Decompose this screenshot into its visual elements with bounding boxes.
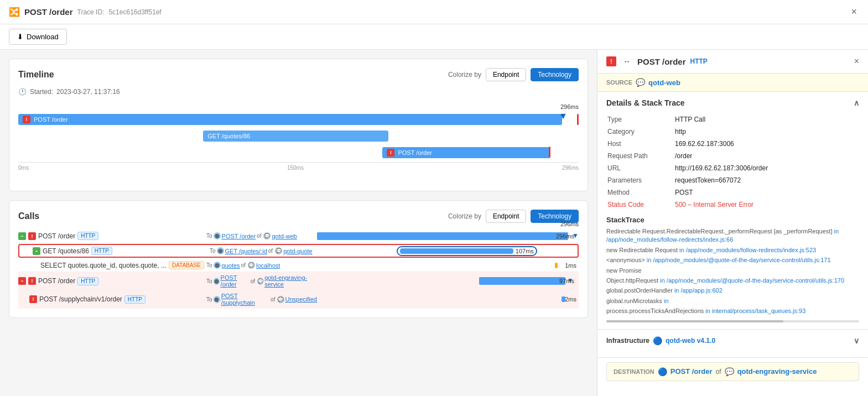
stack-line-4: new Promise xyxy=(606,267,859,275)
timeline-axis: 0ms 150ms 296ms xyxy=(18,162,579,171)
timeline-bar-2[interactable]: GET /quotes/86 xyxy=(203,131,388,142)
trace-id-label: Trace ID: xyxy=(77,8,105,16)
infra-section-header[interactable]: Infrastructure 🔵 qotd-web v4.1.0 ∨ xyxy=(606,336,859,345)
of-link-5[interactable]: Unspecified xyxy=(285,296,317,303)
to-link-3[interactable]: quotes xyxy=(222,262,240,269)
infra-info: Infrastructure 🔵 qotd-web v4.1.0 xyxy=(606,336,715,345)
calls-title: Calls xyxy=(18,211,39,221)
call-row-2[interactable]: - GET /quotes/86 HTTP To ⬤ GET /quotes/:… xyxy=(18,244,579,258)
to-icon-4: ⬤ xyxy=(214,278,220,285)
route-icon: 🔀 xyxy=(9,7,20,17)
call-bar-area-5: 2ms xyxy=(317,296,579,303)
dest-of: of xyxy=(716,368,721,376)
of-icon-3: 💬 xyxy=(248,262,255,269)
call-badge-2: HTTP xyxy=(91,247,112,255)
timeline-row-1: ! POST /order ▼ xyxy=(18,112,579,127)
detail-row-category: Category http xyxy=(607,126,858,137)
to-icon-2: ⬤ xyxy=(217,247,224,254)
clock-icon: 🕐 xyxy=(18,88,27,96)
download-icon: ⬇ xyxy=(17,33,23,41)
calls-header: Calls Colorize by Endpoint Technology xyxy=(18,210,579,223)
error-end-marker-3 xyxy=(549,147,550,158)
dest-icon: 🔵 xyxy=(658,367,667,376)
detail-http-badge: HTTP xyxy=(690,58,708,65)
detail-row-type: Type HTTP Call xyxy=(607,114,858,125)
scrollbar-track xyxy=(606,320,859,322)
call-badge-4: HTTP xyxy=(77,277,98,285)
call-info-2: - GET /quotes/86 HTTP xyxy=(22,247,210,255)
of-icon-5: 💬 xyxy=(277,296,284,303)
error-icon-4: ! xyxy=(28,277,36,285)
collapse-btn-2[interactable]: - xyxy=(33,247,40,255)
dest-text: POST /order xyxy=(671,367,713,376)
download-button[interactable]: ⬇ Download xyxy=(9,29,67,45)
call-row-5[interactable]: ! POST /supplychain/v1/order HTTP To ⬤ P… xyxy=(18,290,579,309)
axis-0: 0ms xyxy=(18,165,29,171)
of-link-1[interactable]: qotd-web xyxy=(272,233,297,239)
collapse-icon: ∧ xyxy=(854,98,859,107)
of-link-2[interactable]: qotd-quote xyxy=(283,248,313,254)
calls-chart-area: 296ms - ! POST /order HTTP To ⬤ POST /or… xyxy=(18,230,579,309)
to-link-1[interactable]: POST /order xyxy=(222,233,256,239)
stack-line-1: Redirectable Request.RedirectableRequest… xyxy=(606,227,859,244)
to-link-5[interactable]: POST /supplychain xyxy=(221,293,269,306)
call-row-1[interactable]: - ! POST /order HTTP To ⬤ POST /order of… xyxy=(18,230,579,243)
detail-arrows: ↔ xyxy=(623,57,631,66)
to-link-2[interactable]: GET /quotes/:id xyxy=(225,248,267,254)
call-info-1: - ! POST /order HTTP xyxy=(18,232,206,240)
stack-trace-title: StackTrace xyxy=(606,216,859,224)
details-section-header[interactable]: Details & Stack Trace ∧ xyxy=(606,98,859,107)
call-badge-5: HTTP xyxy=(124,295,145,304)
of-link-4[interactable]: qotd-engraving-service xyxy=(264,274,317,288)
started-value: 2023-03-27, 11:37:16 xyxy=(56,88,120,96)
timeline-bar-1[interactable]: ! POST /order xyxy=(18,114,562,125)
timeline-bar-3[interactable]: ! POST /order xyxy=(382,147,550,158)
error-icon-5: ! xyxy=(29,295,37,303)
call-name-3: SELECT quotes.quote_id, quotes.quote, ..… xyxy=(40,262,167,269)
top-bar: 🔀 POST /order Trace ID: 5c1ec616d3ff51ef… xyxy=(0,0,868,24)
calls-endpoint-btn[interactable]: Endpoint xyxy=(486,210,526,223)
timeline-colorize-label: Colorize by xyxy=(448,71,481,79)
main-layout: Timeline Colorize by Endpoint Technology… xyxy=(0,50,868,396)
call-duration-1: 296ms xyxy=(556,233,574,239)
call-duration-4: 97ms xyxy=(559,278,574,284)
bar-label-1: POST /order xyxy=(34,116,68,123)
source-service-icon: 💬 xyxy=(636,78,645,87)
call-duration-5: 2ms xyxy=(565,296,576,303)
axis-mid: 150ms xyxy=(287,165,304,171)
timeline-started: 🕐 Started: 2023-03-27, 11:37:16 xyxy=(18,88,579,96)
stack-line-3: <anonymous> in /app/node_modules/@quote-… xyxy=(606,256,859,264)
calls-colorize-label: Colorize by xyxy=(448,212,481,220)
detail-close-button[interactable]: × xyxy=(854,56,859,66)
call-row-4[interactable]: - ! POST /order HTTP To ⬤ POST /order of… xyxy=(18,272,579,290)
call-row-3: SELECT quotes.quote_id, quotes.quote, ..… xyxy=(18,259,579,272)
call-name-1: POST /order xyxy=(38,232,75,240)
call-name-2: GET /quotes/86 xyxy=(43,247,89,255)
timeline-technology-btn[interactable]: Technology xyxy=(531,68,579,81)
timeline-header: Timeline Colorize by Endpoint Technology xyxy=(18,68,579,81)
infra-title: Infrastructure xyxy=(606,337,649,345)
call-sub-2: To ⬤ GET /quotes/:id of 💬 qotd-quote xyxy=(210,247,320,254)
collapse-btn-1[interactable]: - xyxy=(18,232,26,240)
stack-line-7: global.runMicrotasks in xyxy=(606,297,859,305)
call-bar-highlighted-2: 107ms xyxy=(397,246,537,256)
close-button[interactable]: × xyxy=(849,4,859,20)
timeline-endpoint-btn[interactable]: Endpoint xyxy=(486,68,526,81)
of-icon-1: 💬 xyxy=(263,232,271,239)
collapse-btn-4[interactable]: - xyxy=(18,277,26,285)
detail-row-url: URL http://169.62.62.187:3006/order xyxy=(607,163,858,174)
stack-line-8: process.processTicksAndRejections in int… xyxy=(606,307,859,315)
call-info-3: SELECT quotes.quote_id, quotes.quote, ..… xyxy=(18,261,206,269)
call-bar-3 xyxy=(555,263,558,268)
of-link-3[interactable]: localhost xyxy=(256,262,280,269)
to-link-4[interactable]: POST /order xyxy=(221,274,250,288)
call-duration-3: 1ms xyxy=(565,262,576,269)
download-label: Download xyxy=(27,33,59,41)
detail-title: POST /order xyxy=(637,57,686,66)
stack-line-2: new Redirectable Request in /app/node_mo… xyxy=(606,246,859,254)
stack-trace: StackTrace Redirectable Request.Redirect… xyxy=(606,216,859,322)
timeline-chart: 296ms ! POST /order ▼ GET /quotes/86 xyxy=(18,101,579,182)
call-name-4: POST /order xyxy=(38,277,75,285)
call-sub-4: To ⬤ POST /order of 💬 qotd-engraving-ser… xyxy=(206,274,317,288)
page-title: 🔀 POST /order Trace ID: 5c1ec616d3ff51ef xyxy=(9,7,849,17)
